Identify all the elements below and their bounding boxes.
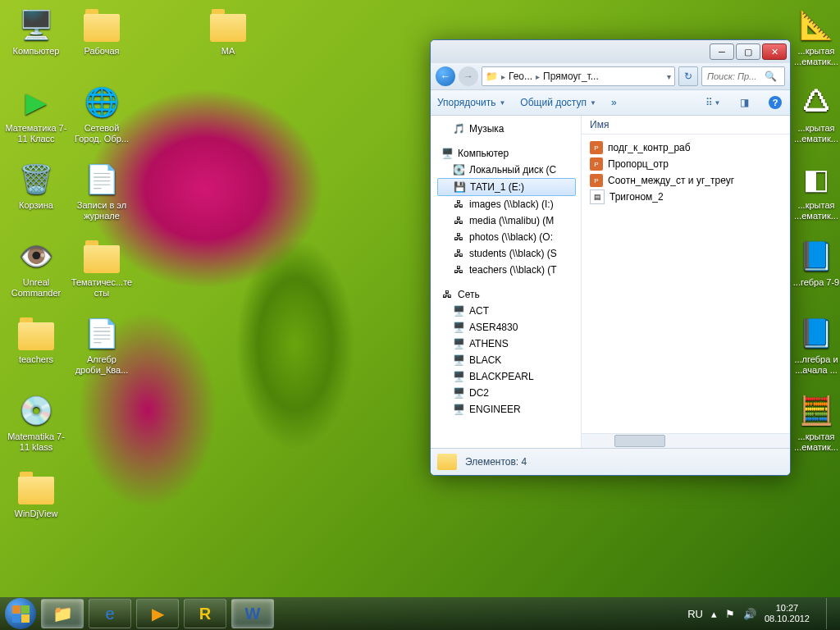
desktop-icon-ma-folder[interactable]: MA [197, 5, 259, 57]
dropdown-icon[interactable]: ▾ [667, 72, 671, 81]
computer-icon: 🖥️ [452, 354, 465, 367]
desktop-icon-algebra-7-9[interactable]: 📘...гебра 7-9 [792, 236, 840, 288]
horizontal-scrollbar[interactable] [582, 433, 790, 448]
nav-host[interactable]: 🖥️DC2 [437, 385, 581, 401]
window-titlebar[interactable]: ─ ▢ ✕ [431, 40, 790, 63]
computer-icon: 🖥️ [452, 403, 465, 416]
search-input[interactable] [705, 71, 765, 82]
nav-label: ATHENS [469, 338, 509, 349]
file-item[interactable]: Pподг_к_контр_раб [585, 139, 787, 156]
search-box[interactable]: 🔍 [701, 66, 785, 86]
work-folder-icon [82, 5, 121, 44]
forward-button: → [459, 66, 478, 86]
taskbar-explorer[interactable]: 📁 [41, 599, 84, 628]
taskbar-app-r[interactable]: R [184, 599, 226, 628]
back-button[interactable]: ← [436, 66, 455, 86]
desktop-icon-windjview[interactable]: WinDjView [5, 468, 67, 519]
taskbar-mediaplayer[interactable]: ▶ [136, 599, 179, 628]
help-button[interactable]: ? [767, 94, 783, 111]
ma-folder-icon [208, 5, 248, 44]
maximize-button[interactable]: ▢ [736, 43, 760, 60]
desktop-icon-label: Matematika 7-11 klass [5, 431, 67, 453]
tray-flag-icon[interactable]: ⚑ [725, 608, 735, 620]
nav-drive[interactable]: 🖧photos (\\black) (O: [437, 229, 581, 245]
nav-host[interactable]: 🖥️ENGINEER [437, 401, 581, 418]
nav-network[interactable]: 🖧Сеть [437, 286, 581, 303]
breadcrumb-seg[interactable]: Гео... [509, 71, 532, 82]
desktop-icon-math-7-11[interactable]: ▶Математика 7-11 Класс [5, 82, 67, 144]
nav-host[interactable]: 🖥️BLACKPEARL [437, 368, 581, 385]
share-menu[interactable]: Общий доступ▼ [520, 97, 596, 108]
nav-host[interactable]: 🖥️ASER4830 [437, 319, 581, 336]
nav-drive[interactable]: 🖧media (\\malibu) (M [437, 212, 581, 229]
preview-pane-button[interactable]: ◨ [736, 94, 752, 111]
navigation-pane[interactable]: 🎵Музыка 🖥️Компьютер 💽Локальный диск (C💾Т… [431, 116, 582, 448]
organize-menu[interactable]: Упорядочить▼ [437, 97, 505, 108]
column-header-name[interactable]: Имя [582, 116, 790, 135]
desktop-icon-open-math-4[interactable]: 🧮...крытая ...ематик... [792, 390, 840, 453]
nav-drive[interactable]: 🖧images (\\black) (I:) [437, 196, 581, 212]
nav-label: DC2 [469, 387, 489, 399]
tray-clock[interactable]: 10:27 08.10.2012 [765, 603, 810, 624]
desktop-icon-recycle-bin[interactable]: 🗑️Корзина [5, 159, 67, 211]
drive-icon: 🖧 [452, 214, 465, 227]
tray-lang[interactable]: RU [687, 608, 703, 620]
file-name: Тригоном_2 [609, 191, 664, 203]
desktop-icon-open-math-3[interactable]: ◧...крытая ...ематик... [792, 159, 840, 221]
view-options-button[interactable]: ⠿▼ [705, 94, 721, 111]
desktop-icon-open-math-1[interactable]: 📐...крытая ...ематик... [792, 5, 840, 67]
tray-chevron-up-icon[interactable]: ▴ [711, 608, 717, 620]
show-desktop-button[interactable] [826, 598, 835, 629]
desktop-icon-thematic-tests[interactable]: Тематичес...тесты [71, 236, 133, 299]
nav-music[interactable]: 🎵Музыка [437, 121, 581, 137]
tray-volume-icon[interactable]: 🔊 [743, 608, 756, 620]
desktop-icon-network-city[interactable]: 🌐Сетевой Город. Обр... [71, 82, 133, 144]
file-item[interactable]: ▤Тригоном_2 [585, 189, 787, 205]
desktop-icon-journal-notes[interactable]: 📄Записи в эл журнале [71, 159, 133, 221]
desktop-icon-algebra-nachala[interactable]: 📘...лгебра и ...ачала ... [792, 313, 840, 376]
nav-drive[interactable]: 🖧teachers (\\black) (T [437, 262, 581, 278]
nav-computer[interactable]: 🖥️Компьютер [437, 145, 581, 162]
music-icon: 🎵 [452, 122, 465, 135]
nav-label: students (\\black) (S [469, 248, 557, 259]
nav-label: BLACKPEARL [469, 371, 534, 382]
minimize-button[interactable]: ─ [710, 43, 734, 60]
file-icon: ▤ [590, 189, 605, 204]
drive-icon: 🖧 [452, 198, 465, 211]
nav-host[interactable]: 🖥️ATHENS [437, 336, 581, 352]
nav-host[interactable]: 🖥️BLACK [437, 352, 581, 368]
chevron-right-icon: ▸ [501, 72, 505, 81]
desktop-icon-teachers[interactable]: teachers [5, 313, 67, 365]
algebra-nachala-icon: 📘 [797, 313, 836, 353]
desktop-icon-matematika-klass[interactable]: 💿Matematika 7-11 klass [5, 390, 67, 453]
system-tray: RU ▴ ⚑ 🔊 10:27 08.10.2012 [687, 598, 835, 629]
nav-drive[interactable]: 💽Локальный диск (C [437, 162, 581, 178]
breadcrumb-seg[interactable]: Прямоуг_т... [543, 71, 599, 82]
file-icon: P [590, 174, 603, 187]
scrollbar-thumb[interactable] [614, 435, 665, 447]
drive-icon: 🖧 [452, 263, 465, 276]
file-list[interactable]: Pподг_к_контр_рабPПропорц_отрPСоотн_межд… [582, 135, 790, 433]
nav-drive[interactable]: 🖧students (\\black) (S [437, 245, 581, 262]
file-item[interactable]: PПропорц_отр [585, 156, 787, 172]
nav-label: media (\\malibu) (M [469, 215, 554, 226]
address-bar[interactable]: 📁 ▸ Гео... ▸ Прямоуг_т... ▾ [482, 66, 675, 86]
desktop[interactable]: ─ ▢ ✕ ← → 📁 ▸ Гео... ▸ Прямоуг_т... ▾ ↻ … [0, 0, 840, 630]
toolbar-overflow[interactable]: » [611, 97, 617, 108]
start-button[interactable] [5, 598, 36, 629]
desktop-icon-work-folder[interactable]: Рабочая [71, 5, 133, 57]
close-button[interactable]: ✕ [762, 43, 787, 60]
taskbar-word[interactable]: W [231, 599, 274, 628]
desktop-icon-open-math-2[interactable]: 🛆...крытая ...ематик... [792, 82, 840, 144]
nav-host[interactable]: 🖥️ACT [437, 303, 581, 319]
file-item[interactable]: PСоотн_между_ст и уг_треуг [585, 172, 787, 189]
status-text: Элементов: 4 [465, 456, 527, 468]
explorer-toolbar: Упорядочить▼ Общий доступ▼ » ⠿▼ ◨ ? [431, 90, 790, 116]
desktop-icon-computer[interactable]: 🖥️Компьютер [5, 5, 67, 57]
nav-drive[interactable]: 💾ТАТИ_1 (E:) [437, 178, 576, 196]
desktop-icon-unreal-commander[interactable]: 👁️Unreal Commander [5, 236, 67, 299]
desktop-icon-algebra-frac[interactable]: 📄Алгебр дроби_Ква... [71, 313, 133, 376]
taskbar-ie[interactable]: e [89, 599, 131, 628]
nav-label: photos (\\black) (O: [469, 231, 553, 243]
refresh-button[interactable]: ↻ [678, 66, 698, 86]
